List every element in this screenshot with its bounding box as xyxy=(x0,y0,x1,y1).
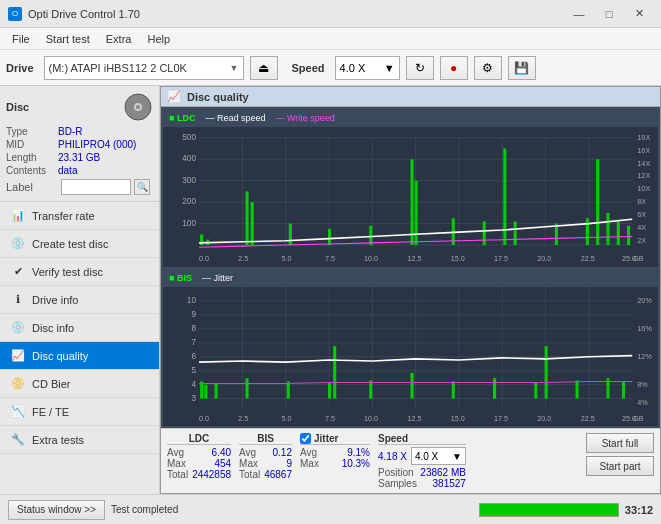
sidebar-item-disc-quality[interactable]: 📈 Disc quality xyxy=(0,342,159,370)
svg-text:15.0: 15.0 xyxy=(451,413,465,422)
close-button[interactable]: ✕ xyxy=(625,4,653,24)
sidebar-item-label-extra-tests: Extra tests xyxy=(32,434,84,446)
settings-button[interactable]: ⚙ xyxy=(474,56,502,80)
ldc-avg-val: 6.40 xyxy=(212,447,231,458)
svg-rect-37 xyxy=(627,226,630,245)
sidebar: Disc Type BD-R MID PHILIPRO4 (000) xyxy=(0,86,160,494)
svg-text:6X: 6X xyxy=(637,210,646,219)
sidebar-item-extra-tests[interactable]: 🔧 Extra tests xyxy=(0,426,159,454)
speed-label: Speed xyxy=(292,62,325,74)
sidebar-item-create-test-disc[interactable]: 💿 Create test disc xyxy=(0,230,159,258)
ldc-chart-panel: ■ LDC — Read speed — Write speed xyxy=(163,109,658,267)
sidebar-item-fe-te[interactable]: 📉 FE / TE xyxy=(0,398,159,426)
jitter-checkbox[interactable] xyxy=(300,433,311,444)
sidebar-item-label-transfer-rate: Transfer rate xyxy=(32,210,95,222)
maximize-button[interactable]: □ xyxy=(595,4,623,24)
svg-text:7: 7 xyxy=(191,336,196,346)
svg-text:400: 400 xyxy=(182,153,196,163)
bis-legend-jitter: — Jitter xyxy=(202,273,233,283)
label-icon-button[interactable]: 🔍 xyxy=(134,179,150,195)
bottom-stats: LDC Avg 6.40 Max 454 Total 2442858 xyxy=(161,428,660,493)
svg-rect-36 xyxy=(617,221,620,245)
svg-text:7.5: 7.5 xyxy=(325,254,335,263)
svg-text:12.5: 12.5 xyxy=(407,413,421,422)
svg-text:2.5: 2.5 xyxy=(238,254,248,263)
drive-label: Drive xyxy=(6,62,34,74)
start-full-button[interactable]: Start full xyxy=(586,433,654,453)
cd-bier-icon: 📀 xyxy=(10,376,26,392)
bis-chart-body: 10 9 8 7 6 5 4 3 20% 16% 12% 8% xyxy=(163,287,658,427)
jitter-stats: Jitter Avg 9.1% Max 10.3% xyxy=(300,433,370,469)
speed-selector[interactable]: 4.0 X ▼ xyxy=(335,56,400,80)
samples-val: 381527 xyxy=(433,478,466,489)
menu-help[interactable]: Help xyxy=(139,31,178,47)
svg-text:4%: 4% xyxy=(637,397,648,406)
svg-rect-25 xyxy=(369,226,372,245)
action-buttons: Start full Start part xyxy=(586,433,654,476)
drive-selector[interactable]: (M:) ATAPI iHBS112 2 CL0K ▼ xyxy=(44,56,244,80)
contents-label: Contents xyxy=(6,165,58,176)
panel-titlebar: 📈 Disc quality xyxy=(161,87,660,107)
refresh-button[interactable]: ↻ xyxy=(406,56,434,80)
ldc-header: LDC xyxy=(167,433,231,445)
toolbar: Drive (M:) ATAPI iHBS112 2 CL0K ▼ ⏏ Spee… xyxy=(0,50,661,86)
menu-extra[interactable]: Extra xyxy=(98,31,140,47)
mid-value: PHILIPRO4 (000) xyxy=(58,139,136,150)
svg-text:3: 3 xyxy=(191,392,196,402)
svg-rect-34 xyxy=(596,159,599,245)
save-button[interactable]: 💾 xyxy=(508,56,536,80)
sidebar-item-cd-bier[interactable]: 📀 CD Bier xyxy=(0,370,159,398)
length-label: Length xyxy=(6,152,58,163)
bis-stats: BIS Avg 0.12 Max 9 Total 46867 xyxy=(239,433,292,480)
speed-stat-combo[interactable]: 4.0 X ▼ xyxy=(411,447,466,465)
extra-tests-icon: 🔧 xyxy=(10,432,26,448)
type-value: BD-R xyxy=(58,126,82,137)
svg-rect-91 xyxy=(452,381,455,398)
contents-value: data xyxy=(58,165,77,176)
svg-text:22.5: 22.5 xyxy=(581,254,595,263)
svg-rect-22 xyxy=(251,202,254,245)
main-content: Disc Type BD-R MID PHILIPRO4 (000) xyxy=(0,86,661,494)
bis-avg-val: 0.12 xyxy=(273,447,292,458)
svg-text:GB: GB xyxy=(633,254,644,263)
sidebar-item-verify-test-disc[interactable]: ✔ Verify test disc xyxy=(0,258,159,286)
svg-text:22.5: 22.5 xyxy=(581,413,595,422)
svg-rect-33 xyxy=(586,218,589,245)
ldc-legend-ldc: ■ LDC xyxy=(169,113,195,123)
svg-rect-95 xyxy=(576,380,579,398)
label-input[interactable] xyxy=(61,179,131,195)
svg-rect-23 xyxy=(289,224,292,245)
svg-rect-27 xyxy=(415,181,418,245)
svg-text:2X: 2X xyxy=(637,236,646,245)
charts-container: ■ LDC — Read speed — Write speed xyxy=(161,107,660,428)
sidebar-item-label-fe-te: FE / TE xyxy=(32,406,69,418)
panel-icon: 📈 xyxy=(167,90,181,103)
sidebar-item-disc-info[interactable]: 💿 Disc info xyxy=(0,314,159,342)
minimize-button[interactable]: — xyxy=(565,4,593,24)
speed-stat-header: Speed xyxy=(378,433,466,445)
ldc-chart-svg: 500 400 300 200 100 18X 16X 14X 12X 10X … xyxy=(163,127,658,267)
sidebar-item-label-verify-test-disc: Verify test disc xyxy=(32,266,103,278)
eject-button[interactable]: ⏏ xyxy=(250,56,278,80)
position-label: Position xyxy=(378,467,414,478)
disc-section-title: Disc xyxy=(6,101,29,113)
start-part-button[interactable]: Start part xyxy=(586,456,654,476)
time-display: 33:12 xyxy=(625,504,653,516)
burn-button[interactable]: ● xyxy=(440,56,468,80)
svg-text:4X: 4X xyxy=(637,223,646,232)
svg-text:15.0: 15.0 xyxy=(451,254,465,263)
status-window-button[interactable]: Status window >> xyxy=(8,500,105,520)
svg-rect-89 xyxy=(369,380,372,398)
disc-quality-icon: 📈 xyxy=(10,348,26,364)
menu-file[interactable]: File xyxy=(4,31,38,47)
sidebar-item-label-drive-info: Drive info xyxy=(32,294,78,306)
ldc-chart-body: 500 400 300 200 100 18X 16X 14X 12X 10X … xyxy=(163,127,658,267)
sidebar-item-drive-info[interactable]: ℹ Drive info xyxy=(0,286,159,314)
svg-text:20%: 20% xyxy=(637,295,652,304)
length-value: 23.31 GB xyxy=(58,152,100,163)
drive-value: (M:) ATAPI iHBS112 2 CL0K xyxy=(49,62,187,74)
ldc-stats: LDC Avg 6.40 Max 454 Total 2442858 xyxy=(167,433,231,480)
svg-rect-87 xyxy=(328,382,331,398)
menu-start-test[interactable]: Start test xyxy=(38,31,98,47)
sidebar-item-transfer-rate[interactable]: 📊 Transfer rate xyxy=(0,202,159,230)
